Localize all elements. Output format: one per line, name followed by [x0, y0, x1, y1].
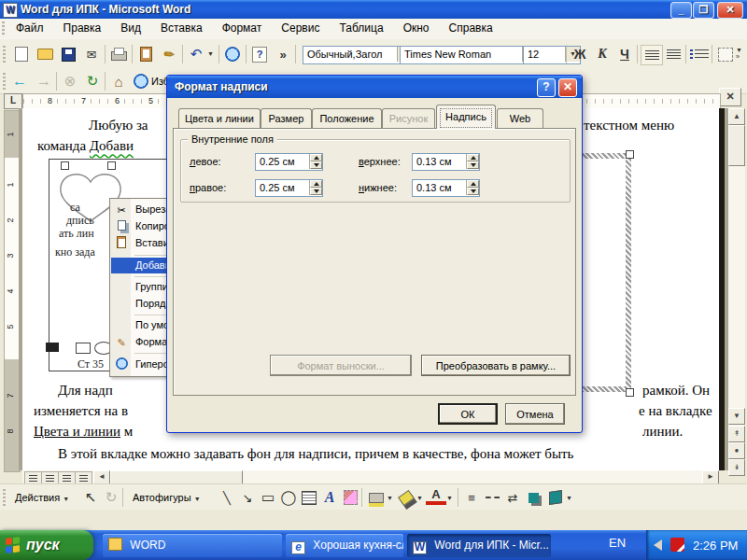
scroll-left-icon[interactable]: ◄ — [93, 470, 110, 484]
select-browse-object-icon[interactable]: ● — [728, 442, 745, 459]
spin-down-icon[interactable] — [310, 161, 322, 169]
spin-up-icon[interactable] — [310, 180, 322, 188]
taskbar-clock[interactable]: 2:26 PM — [693, 539, 738, 553]
taskbar-task-word-folder[interactable]: WORD — [103, 534, 282, 557]
spin-down-icon[interactable] — [467, 188, 479, 195]
style-combo[interactable]: Обычный,Загол ▼ — [303, 46, 413, 64]
left-margin-input[interactable]: 0.25 см — [255, 153, 323, 171]
scroll-up-icon[interactable]: ▲ — [728, 108, 745, 125]
dialog-close-button[interactable]: ✕ — [558, 78, 577, 97]
bottom-margin-input[interactable]: 0.13 см — [412, 179, 480, 197]
previous-page-icon[interactable]: ↟ — [728, 426, 745, 442]
scrollbar-thumb[interactable] — [728, 125, 745, 166]
next-page-icon[interactable]: ↡ — [728, 459, 745, 476]
open-icon[interactable] — [35, 45, 55, 63]
underline-button[interactable]: Ч — [614, 45, 635, 63]
language-indicator[interactable]: EN — [609, 536, 626, 550]
refresh-icon[interactable]: ↻ — [82, 72, 103, 91]
top-margin-spinner[interactable] — [466, 154, 479, 169]
print-layout-view-button[interactable] — [58, 471, 76, 484]
right-margin-spinner[interactable] — [309, 180, 322, 195]
selection-handle[interactable] — [626, 388, 634, 397]
cancel-button[interactable]: Отмена — [505, 403, 565, 425]
borders-icon[interactable] — [715, 45, 736, 63]
toolbar-options-chevron-icon[interactable]: » — [273, 45, 293, 63]
three-d-icon[interactable] — [545, 488, 566, 507]
wordart-icon[interactable]: A — [319, 488, 340, 507]
line-style-icon[interactable]: ≡ — [461, 488, 482, 507]
web-globe-icon[interactable] — [222, 45, 243, 63]
spin-up-icon[interactable] — [310, 154, 322, 161]
spin-up-icon[interactable] — [467, 154, 479, 161]
menubar-grip[interactable] — [2, 21, 5, 36]
document-close-button[interactable]: ✕ — [719, 88, 741, 106]
tab-textbox[interactable]: Надпись — [436, 105, 496, 129]
antivirus-tray-icon[interactable] — [670, 538, 684, 552]
tab-web[interactable]: Web — [497, 108, 543, 129]
draw-actions-button[interactable]: Действия ▼ — [9, 488, 75, 507]
fill-color-icon[interactable] — [366, 488, 387, 507]
three-d-dropdown-arrow[interactable]: ▼ — [566, 495, 572, 501]
print-icon[interactable] — [108, 45, 129, 63]
new-document-icon[interactable] — [11, 45, 32, 63]
arrow-icon[interactable]: ↘ — [237, 488, 258, 507]
bottom-margin-spinner[interactable] — [466, 180, 479, 195]
line-color-icon[interactable] — [396, 488, 416, 507]
paste-icon[interactable] — [135, 45, 156, 63]
menu-file[interactable]: Файл — [7, 19, 52, 37]
home-icon[interactable]: ⌂ — [108, 72, 129, 91]
close-button[interactable]: ✕ — [717, 2, 743, 19]
selection-handle[interactable] — [61, 161, 69, 170]
back-icon[interactable]: ← — [9, 72, 30, 91]
menu-table[interactable]: Таблица — [331, 19, 392, 37]
forward-icon[interactable]: → — [34, 72, 54, 91]
hscrollbar-thumb[interactable] — [110, 470, 243, 484]
spin-down-icon[interactable] — [310, 188, 322, 195]
horizontal-scrollbar[interactable]: ◄ ► — [22, 470, 719, 483]
outline-view-button[interactable] — [75, 471, 92, 484]
menu-window[interactable]: Окно — [395, 19, 438, 37]
menu-tools[interactable]: Сервис — [273, 19, 328, 37]
dash-style-icon[interactable] — [482, 488, 502, 507]
tab-alignment-selector[interactable]: L — [4, 93, 22, 109]
shadow-icon[interactable] — [523, 488, 543, 507]
selection-handle[interactable] — [626, 150, 634, 159]
bold-button[interactable]: Ж — [570, 45, 590, 63]
scroll-down-icon[interactable]: ▼ — [728, 408, 745, 425]
restore-button[interactable]: ❐ — [693, 2, 714, 19]
fill-color-dropdown-arrow[interactable]: ▼ — [387, 495, 393, 501]
toolbar-grip[interactable] — [3, 46, 6, 63]
undo-icon[interactable]: ↶ — [186, 45, 206, 63]
volume-icon[interactable] — [654, 539, 662, 551]
stop-icon[interactable]: ⊗ — [60, 72, 80, 91]
free-rotate-icon[interactable]: ↻ — [101, 488, 121, 507]
normal-view-button[interactable] — [24, 471, 42, 484]
spin-up-icon[interactable] — [467, 180, 479, 188]
minimize-button[interactable]: _ — [670, 2, 692, 19]
line-icon[interactable]: ╲ — [217, 488, 237, 507]
menu-insert[interactable]: Вставка — [152, 19, 211, 37]
search-icon[interactable] — [131, 72, 151, 91]
align-justify-icon[interactable] — [663, 45, 684, 63]
left-margin-spinner[interactable] — [309, 154, 322, 169]
bullets-icon[interactable] — [691, 45, 712, 63]
menu-format[interactable]: Формат — [214, 19, 271, 37]
vertical-scrollbar[interactable]: ▲ ▼ ↟ ● ↡ — [728, 108, 745, 470]
line-color-dropdown-arrow[interactable]: ▼ — [416, 495, 423, 501]
autoshapes-button[interactable]: Автофигуры ▼ — [127, 488, 206, 507]
tab-size[interactable]: Размер — [261, 108, 312, 129]
menu-help[interactable]: Справка — [441, 19, 501, 37]
taskbar-task-browser[interactable]: e Хорошая кухня-слое — [286, 534, 403, 557]
right-margin-input[interactable]: 0.25 см — [255, 179, 323, 197]
drawbar-grip[interactable] — [3, 489, 6, 506]
font-color-dropdown-arrow[interactable]: ▼ — [446, 495, 453, 501]
spin-down-icon[interactable] — [467, 161, 479, 169]
ok-button[interactable]: ОК — [438, 403, 498, 425]
format-painter-icon[interactable]: ✎ — [155, 40, 183, 67]
top-margin-input[interactable]: 0.13 см — [412, 153, 480, 171]
borders-dropdown-arrow[interactable]: ▼» — [736, 47, 742, 60]
save-icon[interactable] — [58, 45, 78, 63]
rectangle-icon[interactable]: ▭ — [258, 488, 278, 507]
select-objects-icon[interactable]: ↖ — [80, 488, 101, 507]
text-box-icon[interactable] — [299, 488, 319, 507]
